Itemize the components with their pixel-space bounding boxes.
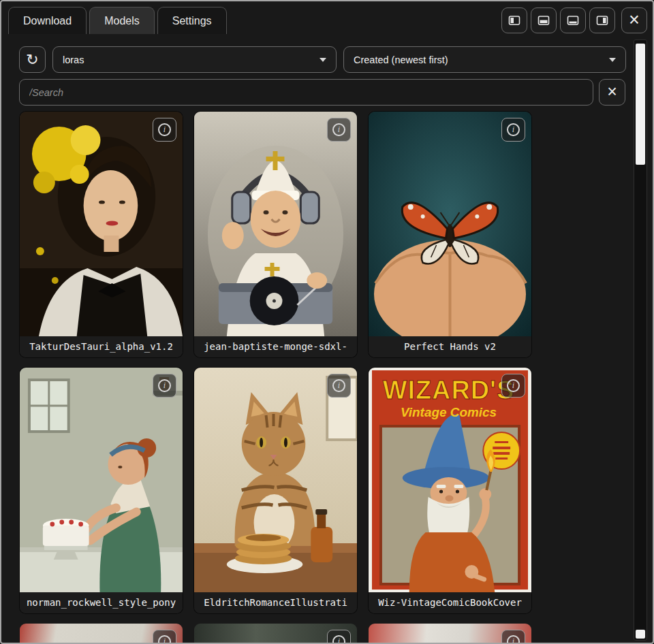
comic-title-text: WIZARD'S xyxy=(383,376,514,404)
model-name: Wiz-VintageComicBookCover xyxy=(369,592,531,613)
model-card[interactable]: norman_rockwell_style_pony i xyxy=(20,368,183,613)
model-card[interactable]: Perfect Hands v2 i xyxy=(369,112,531,357)
close-icon: × xyxy=(629,11,640,29)
models-panel: Download Models Settings xyxy=(0,0,654,644)
model-thumbnail xyxy=(194,368,357,592)
tab-settings[interactable]: Settings xyxy=(157,7,227,34)
info-icon: i xyxy=(158,379,171,392)
info-button[interactable]: i xyxy=(501,118,525,142)
tab-models-label: Models xyxy=(104,15,140,27)
dock-bottom-bar-icon xyxy=(566,14,580,27)
info-icon: i xyxy=(507,123,520,136)
model-type-select[interactable]: loras xyxy=(52,46,337,73)
model-card-partial[interactable]: i xyxy=(194,624,357,644)
info-button[interactable]: i xyxy=(501,630,525,644)
info-icon: i xyxy=(507,635,520,644)
model-name: norman_rockwell_style_pony xyxy=(20,592,183,613)
model-name: TakturDesTauri_alpha_v1.2 xyxy=(20,336,183,357)
close-button[interactable]: × xyxy=(621,7,647,33)
sort-select[interactable]: Created (newest first) xyxy=(343,46,626,73)
model-name: jean-baptiste-monge-sdxl- xyxy=(194,336,357,357)
model-thumbnail: WIZARD'S Vintage Comics xyxy=(369,368,531,592)
model-card[interactable]: jean-baptiste-monge-sdxl- i xyxy=(194,112,357,357)
model-card[interactable]: WIZARD'S Vintage Comics Wiz-VintageComic… xyxy=(369,368,531,613)
info-button[interactable]: i xyxy=(327,630,351,644)
info-icon: i xyxy=(158,123,171,136)
info-icon: i xyxy=(332,379,345,392)
info-button[interactable]: i xyxy=(153,630,176,644)
chevron-down-icon xyxy=(320,58,326,62)
dock-right-button[interactable] xyxy=(589,7,615,33)
model-card-partial[interactable]: i xyxy=(369,624,531,644)
tab-download[interactable]: Download xyxy=(8,7,87,34)
model-card-partial[interactable]: i xyxy=(20,624,183,644)
scrollbar-thumb[interactable] xyxy=(636,44,645,165)
info-icon: i xyxy=(507,379,520,392)
model-name: Perfect Hands v2 xyxy=(369,336,531,357)
info-icon: i xyxy=(158,635,171,644)
dock-left-icon xyxy=(508,14,521,27)
chevron-down-icon xyxy=(609,58,616,62)
info-button[interactable]: i xyxy=(327,118,351,142)
clear-search-button[interactable]: × xyxy=(599,79,625,106)
comic-subtitle-text: Vintage Comics xyxy=(401,405,497,419)
titlebar-buttons: × xyxy=(501,7,647,33)
info-button[interactable]: i xyxy=(327,374,351,398)
model-thumbnail xyxy=(20,368,183,592)
dock-bottom-icon xyxy=(537,14,550,27)
dock-right-icon xyxy=(595,14,609,27)
model-type-value: loras xyxy=(63,54,84,65)
model-card[interactable]: EldritchRomanceIllustrati i xyxy=(194,368,357,613)
dock-bottom-button[interactable] xyxy=(531,7,557,33)
tab-download-label: Download xyxy=(23,15,72,27)
info-button[interactable]: i xyxy=(153,118,176,142)
refresh-icon: ↻ xyxy=(26,51,38,69)
close-icon: × xyxy=(607,82,617,101)
model-card[interactable]: TakturDesTauri_alpha_v1.2 i xyxy=(20,112,183,357)
tab-models[interactable]: Models xyxy=(89,7,155,34)
model-thumbnail xyxy=(369,112,531,336)
search-input[interactable] xyxy=(19,79,593,106)
dock-left-button[interactable] xyxy=(501,7,527,33)
info-icon: i xyxy=(332,123,345,136)
model-thumbnail xyxy=(194,112,357,336)
model-thumbnail xyxy=(20,112,183,336)
info-button[interactable]: i xyxy=(501,374,525,398)
model-name: EldritchRomanceIllustrati xyxy=(194,592,357,613)
scrollbar-track[interactable] xyxy=(634,39,647,641)
info-button[interactable]: i xyxy=(153,374,176,398)
info-icon: i xyxy=(332,635,345,644)
dock-bottom-bar-button[interactable] xyxy=(560,7,586,33)
sort-value: Created (newest first) xyxy=(354,54,448,65)
tab-settings-label: Settings xyxy=(172,15,212,27)
refresh-button[interactable]: ↻ xyxy=(19,46,46,73)
scrollbar-corner xyxy=(636,630,645,639)
tab-bar: Download Models Settings xyxy=(8,7,227,34)
